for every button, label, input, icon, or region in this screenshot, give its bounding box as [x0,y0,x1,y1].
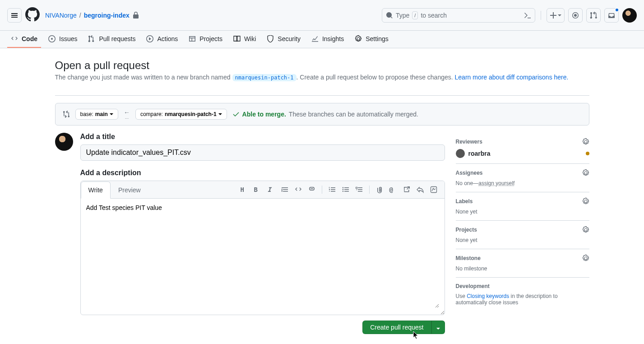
reviewers-title: Reviewers [456,139,482,145]
tasklist-icon[interactable] [356,186,363,193]
bold-icon[interactable]: B [254,186,261,193]
comment-tabs: Write Preview H B I [81,181,445,199]
milestone-gear[interactable] [582,255,589,262]
svg-point-2 [342,191,343,192]
page-title: Open a pull request [55,59,589,72]
create-pr-dropdown[interactable] [431,321,445,334]
nav-label: Code [22,35,37,42]
milestone-none: No milestone [456,265,589,272]
nav-wiki[interactable]: Wiki [230,31,259,48]
paperclip-icon[interactable] [376,186,383,193]
caret-down-icon [110,113,113,115]
link-icon[interactable] [308,186,315,193]
svg-point-1 [342,189,343,190]
assignees-title: Assignees [456,170,483,176]
pullrequests-button[interactable] [586,8,601,23]
development-title: Development [456,283,490,289]
user-avatar[interactable] [622,8,637,23]
description-textarea[interactable] [86,204,439,308]
projects-gear[interactable] [582,226,589,233]
mention-icon[interactable]: @ [389,186,397,193]
title-input[interactable] [80,144,445,161]
assign-yourself-link[interactable]: assign yourself [478,180,514,186]
issue-opened-icon [48,35,56,42]
page-subtitle: The change you just made was written to … [55,74,589,81]
author-avatar[interactable] [55,133,73,151]
breadcrumb-sep: / [79,12,81,19]
labels-title: Labels [456,198,473,205]
nav-label: Projects [199,35,222,42]
create-pr-button[interactable]: Create pull request [362,321,431,334]
book-icon [233,35,241,42]
list-unordered-icon[interactable] [342,186,349,193]
arrow-icon: ← … [124,109,130,120]
table-icon [189,35,196,42]
reviewers-gear[interactable] [582,138,589,145]
repo-link[interactable]: begroing-index [84,12,130,19]
heading-icon[interactable]: H [241,186,248,193]
owner-link[interactable]: NIVANorge [45,12,77,19]
search-placeholder-suffix: to search [421,12,447,19]
nav-projects[interactable]: Projects [185,31,226,48]
nav-label: Settings [366,35,389,42]
nav-insights[interactable]: Insights [308,31,347,48]
nav-actions[interactable]: Actions [143,31,181,48]
quote-icon[interactable] [281,186,288,193]
learn-more-link[interactable]: Learn more about diff comparisons here. [455,74,569,81]
shield-icon [267,35,274,42]
plus-icon [550,12,557,19]
list-ordered-icon[interactable] [329,186,336,193]
compare-branch-button[interactable]: compare: nmarquesin-patch-1 [135,109,227,120]
nav-label: Security [278,35,301,42]
svg-point-0 [342,187,343,188]
gear-icon [582,138,589,145]
nav-code[interactable]: Code [7,31,41,48]
nav-settings[interactable]: Settings [351,31,392,48]
caret-down-icon [218,113,222,115]
search-input[interactable]: Type / to search [382,8,535,23]
breadcrumb: NIVANorge / begroing-index [45,12,139,19]
diff-icon[interactable] [430,186,437,193]
sidebar: Reviewers roarbra Assignees No one—assig… [456,133,589,344]
branch-chip: nmarquesin-patch-1 [232,74,297,81]
gear-icon [582,169,589,177]
cross-reference-icon[interactable] [403,186,410,193]
reply-icon[interactable] [417,186,424,193]
nav-label: Insights [322,35,344,42]
labels-gear[interactable] [582,198,589,205]
closing-keywords-link[interactable]: Closing keywords [467,293,509,299]
command-palette-icon[interactable] [524,12,531,19]
git-pull-request-icon [590,12,597,19]
labels-none: None yet [456,209,589,215]
app-header: NIVANorge / begroing-index Type / to sea… [0,0,644,31]
nav-pulls[interactable]: Pull requests [84,31,139,48]
base-branch-button[interactable]: base: main [75,109,118,120]
tab-write[interactable]: Write [81,181,111,199]
nav-label: Issues [59,35,77,42]
gear-icon [355,35,362,42]
development-text: Use Closing keywords in the description … [456,293,589,306]
reviewer-item[interactable]: roarbra [456,149,589,158]
nav-label: Wiki [244,35,256,42]
create-new-button[interactable] [547,8,565,23]
assignees-gear[interactable] [582,169,589,177]
search-placeholder-prefix: Type [396,12,409,19]
issues-button[interactable] [568,8,583,23]
issue-icon [572,12,579,19]
nav-issues[interactable]: Issues [45,31,81,48]
github-logo[interactable] [25,7,40,23]
search-icon [386,12,393,19]
range-editor: base: main ← … compare: nmarquesin-patch… [55,103,589,126]
code-icon[interactable] [295,186,302,193]
tab-preview[interactable]: Preview [111,181,148,199]
gear-icon [582,198,589,205]
reviewer-avatar [456,149,465,158]
inbox-icon [608,12,615,19]
hamburger-button[interactable] [7,8,22,23]
lock-icon [132,12,139,19]
italic-icon[interactable]: I [268,186,275,193]
pending-status-icon [586,152,589,155]
nav-label: Pull requests [99,35,135,42]
nav-security[interactable]: Security [263,31,304,48]
inbox-button[interactable] [604,8,619,23]
